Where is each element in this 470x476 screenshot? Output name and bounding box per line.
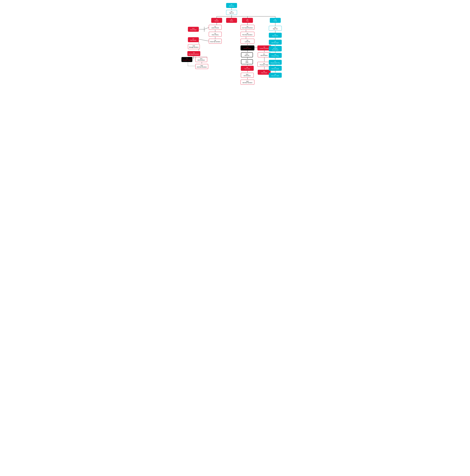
node-manage-numbers[interactable]: 1:4:1 Manage Numbers (188, 44, 200, 49)
node-pick-new-numbers[interactable]: 3:2 Pick New Numbers (240, 32, 254, 37)
node-add-new-numbers-left[interactable]: 3:5:2 Add New Numbers (195, 64, 208, 69)
node-responsible-play[interactable]: 4:7 Responsible Play (269, 60, 282, 65)
node-results[interactable]: 1:0 Results (211, 18, 222, 23)
node-home[interactable]: 2:0 Home (226, 18, 237, 23)
node-my-games[interactable]: 4:3 My Games (269, 33, 282, 38)
diagram-container: 0:1 Welcome 0:4 Sign-out 1:0 Results 2:0… (181, 0, 290, 94)
node-how-do-i-claim[interactable]: 4:9 How do I claim (269, 73, 282, 78)
svg-line-12 (204, 27, 209, 29)
node-signout-profile[interactable]: 0:4 Sign-Out (269, 26, 282, 31)
node-privacy-policy[interactable]: 4:6 Privacy Policy (269, 53, 282, 58)
node-lucky-dip[interactable]: 3:3 Lucky Dip (240, 39, 254, 44)
node-profile[interactable]: 4:0 Profile (270, 18, 281, 23)
node-latest-results[interactable]: 1:1 Latest Results (209, 25, 222, 30)
node-edit-numbers-right[interactable]: 3:5:1 Edit Numbers (241, 73, 254, 78)
node-your-lines[interactable]: 3:5 Your Lines (241, 66, 254, 71)
node-clear[interactable]: 3:4:2 Clear (241, 59, 253, 64)
node-my-saved-numbers[interactable]: 1:5 My Saved Numbers (187, 51, 200, 56)
node-view-ticket[interactable]: 6:0 View Ticket (258, 70, 271, 75)
node-my-messages[interactable]: 4:4 My Messages (269, 40, 282, 45)
node-my-results[interactable]: 1:4 My Results (188, 37, 199, 42)
node-add-new-numbers-right[interactable]: 3:5:2 Add New Numbers (240, 80, 254, 85)
node-account-terms[interactable]: 4:5 Account Terms/Rules (269, 46, 282, 51)
node-draw-history[interactable]: 1:2 Draw History (209, 32, 222, 37)
svg-line-15 (199, 39, 209, 41)
node-number-picker-16[interactable]: 1:6 Number Picker (181, 57, 192, 62)
node-signout-top[interactable]: 0:4 Sign-out (226, 10, 237, 15)
node-add-line[interactable]: 3:4:1 Add Line (241, 52, 253, 57)
node-edit-numbers-left[interactable]: 3:5:1 Edit Numbers (195, 57, 207, 62)
node-play[interactable]: 3:0 Play (242, 18, 253, 23)
node-check-my-numbers[interactable]: 1:3 Check My Numbers (209, 39, 222, 44)
node-draw-detail[interactable]: 1:1:1 Draw Detail (188, 27, 199, 32)
node-welcome[interactable]: 0:1 Welcome (226, 3, 237, 8)
node-service-guide[interactable]: 4:8 Service Guide (269, 66, 282, 71)
node-add-numbers[interactable]: 5:1 Add Numbers (258, 52, 271, 57)
node-use-saved-numbers[interactable]: 3:1 Use Saved Numbers (240, 25, 254, 30)
node-number-picker-34[interactable]: 3:4 Number Picker (240, 45, 254, 51)
